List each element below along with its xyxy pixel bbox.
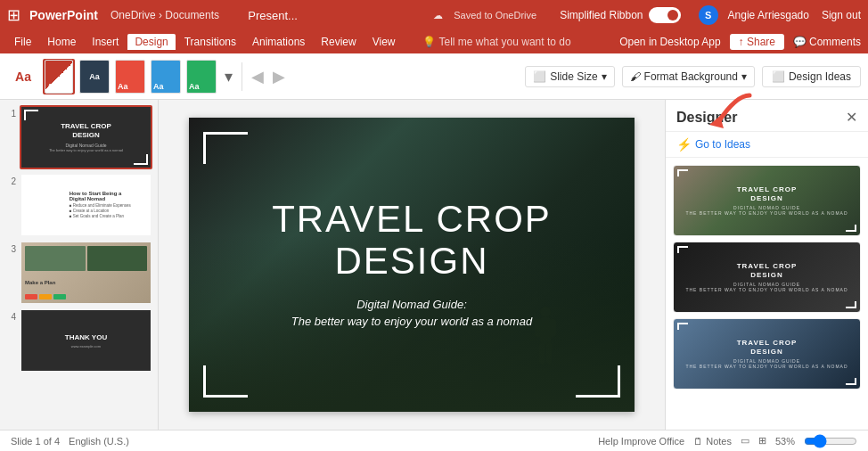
app-grid-icon[interactable]: ⊞ — [7, 5, 20, 25]
help-improve-link[interactable]: Help Improve Office — [598, 436, 684, 447]
design-card-2[interactable]: TRAVEL CROPDESIGN Digital Nomad GuideThe… — [673, 242, 861, 313]
swatch-5-box: Aa — [186, 60, 217, 94]
card-1-corner-tl — [677, 169, 688, 176]
slide-4-url: www.example.com — [71, 344, 101, 348]
menu-file[interactable]: File — [7, 34, 38, 50]
swatch-4-box: Aa — [151, 60, 181, 94]
theme-swatch-3[interactable]: Aa — [114, 59, 146, 94]
share-button[interactable]: ↑ Share — [730, 34, 784, 50]
theme-swatch-aa[interactable]: Aa — [7, 59, 39, 94]
card-1-sub: Digital Nomad GuideThe better way to enj… — [685, 205, 848, 216]
menu-view[interactable]: View — [365, 34, 403, 50]
design-ideas-icon: ⬜ — [772, 70, 785, 83]
sign-out-button[interactable]: Sign out — [822, 9, 861, 21]
slide-num-2: 2 — [5, 176, 16, 186]
variant-controls: ◀ ▶ — [248, 65, 289, 88]
menu-home[interactable]: Home — [40, 34, 83, 50]
menu-animations[interactable]: Animations — [245, 34, 312, 50]
card-1-corner-br — [846, 225, 856, 232]
ribbon-right: ⬜ Slide Size ▾ 🖌 Format Background ▾ ⬜ D… — [525, 66, 861, 87]
design-card-1[interactable]: TRAVEL CROPDESIGN Digital Nomad GuideThe… — [673, 165, 861, 236]
card-3-text: TRAVEL CROPDESIGN Digital Nomad GuideThe… — [685, 339, 848, 368]
slide-corner-br — [576, 365, 620, 398]
svg-rect-5 — [539, 342, 545, 365]
save-status: Saved to OneDrive — [454, 10, 536, 20]
theme-swatch-1[interactable]: Aa — [43, 59, 75, 94]
variant-right[interactable]: ▶ — [269, 65, 289, 88]
language-info: English (U.S.) — [69, 436, 129, 447]
menu-transitions[interactable]: Transitions — [177, 34, 243, 50]
breadcrumb[interactable]: OneDrive › Documents — [111, 9, 219, 21]
slide-panel: 1 TRAVEL CROPDESIGN Digital Nomad Guide … — [0, 100, 159, 430]
share-icon: ↑ — [739, 36, 744, 48]
main-slide[interactable]: TRAVEL CROP DESIGN Digital Nomad Guide: … — [189, 118, 635, 412]
comment-icon: 💬 — [793, 36, 807, 48]
slide-1-title: TRAVEL CROPDESIGN — [49, 122, 123, 139]
theme-swatch-5[interactable]: Aa — [185, 59, 217, 94]
card-2-corner-br — [846, 301, 856, 308]
slide-inner-3: Make a Plan — [21, 242, 151, 303]
slideshow-icon[interactable]: ⊞ — [758, 435, 766, 447]
open-desktop-button[interactable]: Open in Desktop App — [619, 36, 720, 48]
slide-content: TRAVEL CROP DESIGN Digital Nomad Guide: … — [272, 199, 552, 330]
app-name: PowerPoint — [29, 8, 98, 22]
canvas-area[interactable]: TRAVEL CROP DESIGN Digital Nomad Guide: … — [159, 100, 665, 430]
card-3-sub: Digital Nomad GuideThe better way to enj… — [685, 358, 848, 369]
slide-thumb-4[interactable]: 4 THANK YOU www.example.com — [5, 308, 152, 373]
simplified-ribbon-toggle[interactable]: Simplified Ribbon — [560, 7, 680, 23]
card-2-corner-tl — [677, 246, 688, 253]
card-3-corner-tl — [677, 323, 688, 330]
slide-size-button[interactable]: ⬜ Slide Size ▾ — [525, 66, 614, 87]
slide-thumb-1[interactable]: 1 TRAVEL CROPDESIGN Digital Nomad Guide … — [5, 105, 152, 169]
status-bar-right: Help Improve Office 🗒 Notes ▭ ⊞ 53% — [598, 434, 857, 448]
slide-image-2[interactable]: How to Start Being aDigital Nomad ■ Redu… — [20, 173, 152, 237]
swatch-3-box: Aa — [115, 60, 145, 94]
card-1-text: TRAVEL CROPDESIGN Digital Nomad GuideThe… — [685, 185, 848, 215]
comments-button[interactable]: 💬 Comments — [793, 36, 861, 48]
zoom-slider[interactable] — [804, 434, 857, 448]
slide-size-icon: ⬜ — [533, 70, 546, 83]
simplified-ribbon-switch[interactable] — [649, 7, 681, 23]
slide-inner-4: THANK YOU www.example.com — [21, 310, 151, 371]
user-name[interactable]: Angie Arriesgado — [728, 9, 809, 21]
slide-corner-tl — [203, 132, 248, 164]
menu-review[interactable]: Review — [314, 34, 363, 50]
menu-insert[interactable]: Insert — [85, 34, 126, 50]
theme-swatch-2[interactable]: Aa — [78, 59, 111, 94]
format-background-button[interactable]: 🖌 Format Background ▾ — [622, 66, 755, 87]
design-card-3[interactable]: TRAVEL CROPDESIGN Digital Nomad GuideThe… — [673, 318, 861, 390]
design-ideas-button[interactable]: ⬜ Design Ideas — [762, 66, 861, 87]
menu-design[interactable]: Design — [127, 34, 175, 50]
slide-image-4[interactable]: THANK YOU www.example.com — [20, 308, 152, 373]
swatch-1-box: Aa — [45, 60, 73, 94]
ribbon-separator-1 — [242, 62, 242, 91]
design-suggestions: TRAVEL CROPDESIGN Digital Nomad GuideThe… — [666, 158, 868, 430]
designer-panel: Designer ✕ ⚡ Go to Ideas TRAVEL CROPDESI… — [665, 100, 868, 430]
more-themes-button[interactable]: ▾ — [221, 65, 236, 88]
notes-icon: 🗒 — [693, 436, 703, 447]
user-icon: S — [699, 5, 718, 25]
notes-button[interactable]: 🗒 Notes — [693, 436, 732, 447]
go-to-ideas-label: Go to Ideas — [695, 138, 750, 151]
menu-bar: File Home Insert Design Transitions Anim… — [0, 30, 868, 53]
variant-left[interactable]: ◀ — [248, 65, 267, 88]
slide-image-3[interactable]: Make a Plan — [20, 241, 152, 305]
slide-num-4: 4 — [5, 312, 16, 322]
bolt-icon: ⚡ — [676, 137, 692, 152]
slide-info: Slide 1 of 4 — [11, 436, 60, 447]
card-2-text: TRAVEL CROPDESIGN Digital Nomad GuideThe… — [685, 262, 848, 291]
format-bg-icon: 🖌 — [630, 70, 641, 83]
slide-1-body: The better way to enjoy your world as a … — [49, 148, 123, 152]
designer-close-button[interactable]: ✕ — [846, 109, 857, 126]
slide-size-chevron: ▾ — [602, 70, 607, 83]
cloud-icon: ☁ — [433, 10, 443, 21]
theme-swatch-4[interactable]: Aa — [150, 59, 182, 94]
slide-thumb-2[interactable]: 2 How to Start Being aDigital Nomad ■ Re… — [5, 173, 152, 237]
slide-4-title: THANK YOU — [65, 333, 107, 341]
go-to-ideas-button[interactable]: ⚡ Go to Ideas — [666, 132, 868, 158]
slide-thumb-3[interactable]: 3 Make a Plan — [5, 241, 152, 305]
search-bar[interactable]: 💡 Tell me what you want to do — [422, 36, 571, 48]
slide-view-icon[interactable]: ▭ — [741, 435, 749, 447]
red-arrow — [692, 91, 763, 135]
slide-image-1[interactable]: TRAVEL CROPDESIGN Digital Nomad Guide Th… — [20, 105, 152, 169]
